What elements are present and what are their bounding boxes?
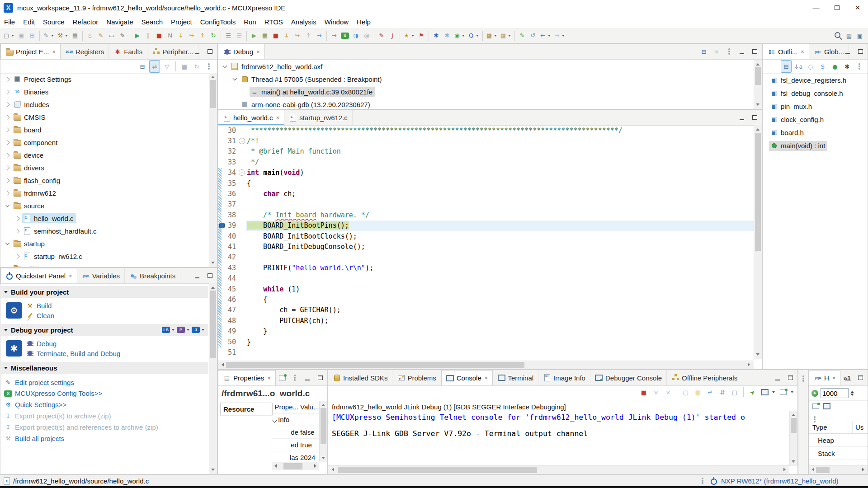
expander-icon[interactable]	[5, 89, 10, 94]
outline-item-fsl-debug-console-h[interactable]: fsl_debug_console.h	[763, 87, 868, 100]
code-line-47[interactable]: 47 ch = GETCHAR();	[218, 305, 754, 315]
expander-icon[interactable]	[5, 165, 10, 170]
clocks-config-button[interactable]: ✎	[96, 30, 106, 42]
debug-item-thread-1-57005-suspended-breakpoint[interactable]: Thread #1 57005 (Suspended : Breakpoint)	[218, 73, 754, 85]
save-button[interactable]: ▣	[16, 30, 26, 42]
minimize-button[interactable]	[737, 46, 747, 57]
view-menu-button[interactable]	[204, 61, 214, 72]
console-output[interactable]: [MCUXpresso Semihosting Telnet console f…	[328, 411, 797, 441]
project-explorer-tab-peripher[interactable]: Peripher...	[147, 44, 198, 59]
maximize-button[interactable]	[205, 270, 215, 282]
run-last-button[interactable]: ▶	[249, 30, 259, 42]
expander-icon[interactable]	[5, 115, 10, 119]
window-close-button[interactable]: ×	[847, 0, 868, 15]
view-menu-button[interactable]	[854, 61, 864, 72]
project-explorer-tab-registers[interactable]: 1010Registers	[61, 44, 109, 59]
link-debug[interactable]: Debug	[26, 339, 120, 347]
console-hscrollbar[interactable]	[328, 465, 789, 474]
outline-item-board-h[interactable]: board.h	[763, 126, 868, 139]
menu-run[interactable]: Run	[240, 15, 260, 28]
scrollbar-thumb[interactable]	[321, 408, 326, 444]
link-quick-settings[interactable]: ⚙Quick Settings>>	[4, 400, 209, 408]
minimize-button[interactable]	[773, 372, 783, 384]
import-sdk-button[interactable]: ▩	[499, 30, 512, 42]
close-icon[interactable]: ×	[52, 48, 56, 55]
scrollbar-thumb[interactable]	[210, 80, 216, 108]
sort-button[interactable]: ↓a	[793, 61, 803, 72]
close-icon[interactable]: ×	[69, 272, 72, 279]
close-icon[interactable]: ×	[485, 375, 488, 381]
back-button[interactable]: ←	[539, 30, 552, 42]
save-all-button[interactable]: ⊞	[27, 30, 37, 42]
scrollbar-thumb[interactable]	[791, 418, 797, 433]
menu-navigate[interactable]: Navigate	[102, 15, 137, 28]
menu-source[interactable]: Source	[39, 15, 69, 28]
maximize-button[interactable]	[750, 46, 760, 57]
debug-item-frdmrw612-hello-world-axf[interactable]: frdmrw612_hello_world.axf	[218, 60, 754, 73]
console-tab-installed-sdks[interactable]: Installed SDKs	[328, 370, 392, 385]
code-line-48[interactable]: 48 PUTCHAR(ch);	[218, 315, 754, 326]
console-vscrollbar[interactable]	[789, 411, 797, 466]
pin-view-icon[interactable]	[822, 402, 830, 410]
section-header-debug-your-project[interactable]: Debug your projectLSPJ	[1, 324, 208, 336]
properties-row-ed[interactable]: edtrue	[272, 439, 319, 451]
maximize-button[interactable]	[315, 372, 325, 384]
dropdown-arrow-icon[interactable]	[65, 35, 68, 37]
open-package-button[interactable]: ▩	[485, 30, 498, 42]
step-over2-button[interactable]: ↪	[292, 30, 302, 42]
project-item-device[interactable]: device	[0, 149, 209, 161]
console-tab-problems[interactable]: Problems	[392, 370, 441, 385]
step-into2-button[interactable]: ↓	[282, 30, 292, 42]
external-tools-button[interactable]: Q	[467, 30, 480, 42]
view-menu-button[interactable]	[724, 46, 734, 57]
dropdown-arrow-icon[interactable]	[476, 35, 479, 37]
properties-vscrollbar[interactable]	[319, 401, 327, 462]
maximize-button[interactable]	[750, 112, 760, 123]
link-editor-button[interactable]: ⇄	[150, 61, 160, 72]
minimize-button[interactable]	[737, 112, 747, 123]
outline-item-main-void-int[interactable]: main(void) : int	[763, 139, 868, 152]
hide-nonpublic-button[interactable]: ●	[830, 61, 840, 72]
dropdown-arrow-icon[interactable]	[51, 35, 54, 37]
outline-item-clock-config-h[interactable]: clock_config.h	[763, 113, 868, 126]
code-line-51[interactable]: 51	[218, 347, 754, 357]
word-wrap-button[interactable]: ↵	[705, 386, 715, 398]
link-export-project-s-and-references-to-archive-zip[interactable]: ↧Export project(s) and references to arc…	[4, 423, 209, 431]
project-item-semihost-hardfault-c[interactable]: csemihost_hardfault.c	[0, 225, 209, 237]
coverage-button[interactable]: ▦	[260, 30, 270, 42]
code-line-42[interactable]: 42	[218, 252, 754, 263]
jlink-button[interactable]: J	[387, 30, 397, 42]
fold-collapse-icon[interactable]: −	[239, 169, 245, 176]
build-button[interactable]: ⚒	[56, 30, 69, 42]
run-button[interactable]: ◉	[453, 30, 466, 42]
run-update-button[interactable]	[811, 389, 819, 397]
analysis-button[interactable]: ◎	[362, 30, 372, 42]
menu-file[interactable]: File	[0, 15, 19, 28]
peripherals-config-button[interactable]: ▭	[107, 30, 117, 42]
dropdown-arrow-icon[interactable]	[462, 35, 465, 37]
link-edit-project-settings[interactable]: ✎Edit project settings	[4, 378, 209, 386]
minimize-button[interactable]	[843, 46, 853, 57]
console-tab-image-info[interactable]: 010Image Info	[538, 370, 590, 385]
minimize-button[interactable]	[192, 270, 202, 282]
remove-all-button[interactable]: ×	[663, 386, 673, 398]
resume-blue-button[interactable]: →	[314, 30, 324, 42]
last-edit-button[interactable]: ↺	[528, 30, 538, 42]
energy-measurement-button[interactable]: ◑	[351, 30, 361, 42]
scrollbar-thumb[interactable]	[283, 463, 302, 469]
console-tab-offline-peripherals[interactable]: Offline Peripherals	[667, 370, 742, 385]
clear-log-button[interactable]: ▢	[681, 386, 691, 398]
editor-tab-hello-world-c[interactable]: chello_world.c×	[218, 110, 284, 125]
code-line-33[interactable]: 33 */	[218, 157, 754, 167]
link-export-project-s-to-archive-zip[interactable]: ↧Export project(s) to archive (zip)	[4, 412, 209, 420]
secure-provisioning-button[interactable]: ★	[402, 30, 415, 42]
freeze2-button[interactable]: ✱	[442, 30, 452, 42]
jlink-script-button[interactable]: ✎	[377, 30, 387, 42]
expander-icon[interactable]	[5, 191, 10, 195]
code-line-35[interactable]: 35{	[218, 178, 754, 188]
debug-view-scrollbar[interactable]	[754, 60, 762, 109]
minimize-button[interactable]	[843, 372, 853, 384]
section-header-build-your-project[interactable]: Build your project	[1, 286, 208, 298]
expander-icon[interactable]	[5, 202, 10, 207]
debug-tab-debug[interactable]: Debug×	[218, 44, 265, 59]
